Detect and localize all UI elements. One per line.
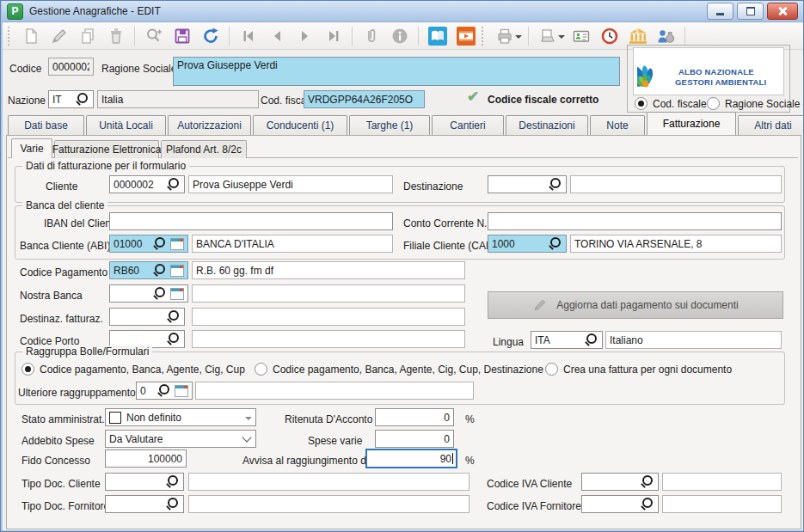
search-icon[interactable] (550, 237, 561, 248)
raggruppa-option-2[interactable]: Codice pagamento, Banca, Agente, Cig, Cu… (255, 363, 543, 376)
iva-cliente-field[interactable] (581, 473, 659, 491)
ritenuta-field[interactable]: 0 (375, 408, 454, 426)
chevron-down-icon[interactable] (242, 432, 251, 442)
banca-abi-code-field[interactable]: 01000 (109, 235, 188, 253)
tab-note[interactable]: Note (590, 115, 645, 135)
nazione-code-field[interactable]: IT (48, 90, 94, 108)
title-bar[interactable]: P Gestione Anagrafiche - EDIT (2, 1, 803, 22)
edit-record-icon[interactable] (49, 26, 70, 46)
avvisa-field[interactable]: 90 (365, 449, 457, 468)
tab-destinazioni[interactable]: Destinazioni (506, 115, 588, 135)
fido-concesso-field[interactable]: 100000 (105, 449, 187, 468)
destinazione-code-field[interactable] (488, 175, 567, 193)
iban-label: IBAN del Cliente (44, 217, 120, 229)
conto-corrente-field[interactable] (488, 212, 782, 230)
chevron-down-icon[interactable] (245, 417, 252, 424)
iban-field[interactable] (109, 212, 393, 230)
search-mode-ragione[interactable]: Ragione Sociale (707, 97, 800, 110)
search-mode-codfiscale[interactable]: Cod. fiscale (635, 97, 707, 110)
tab-dati-base[interactable]: Dati base (8, 115, 84, 135)
search-icon[interactable] (155, 264, 165, 274)
codice-pagamento-field[interactable]: RB60 (109, 261, 188, 279)
tab-conducenti[interactable]: Conducenti (1) (253, 115, 347, 135)
search-icon[interactable] (155, 287, 165, 297)
search-icon[interactable] (169, 178, 179, 188)
addebito-spese-combo[interactable]: Da Valutare (105, 430, 256, 448)
print-dropdown-icon[interactable] (515, 35, 522, 42)
previous-record-icon[interactable] (267, 26, 287, 46)
print-documents-icon[interactable] (537, 26, 558, 46)
minimize-button[interactable] (707, 3, 733, 20)
print-documents-dropdown-icon[interactable] (558, 35, 565, 42)
tab-targhe[interactable]: Targhe (1) (349, 115, 430, 135)
iva-fornitore-field[interactable] (581, 495, 659, 513)
tab-autorizzazioni[interactable]: Autorizzazioni (168, 115, 251, 135)
search-icon[interactable] (642, 498, 653, 508)
delete-record-icon[interactable] (106, 26, 126, 46)
search-icon[interactable] (168, 498, 178, 508)
search-records-icon[interactable] (144, 26, 164, 46)
bank-icon[interactable]: $ (628, 26, 648, 46)
info-icon[interactable] (390, 26, 410, 46)
tipo-doc-fornitore-field[interactable] (105, 495, 184, 513)
attachments-icon[interactable] (361, 26, 382, 46)
tab-cantieri[interactable]: Cantieri (432, 115, 504, 135)
toolbar-grip[interactable] (8, 27, 12, 46)
browse-window-icon[interactable] (170, 265, 184, 277)
subtab-plafond[interactable]: Plafond Art. 8/2c (161, 140, 247, 158)
tab-altri-dati[interactable]: Altri dati (738, 115, 804, 135)
search-icon[interactable] (169, 333, 179, 343)
cliente-code-field[interactable]: 0000002 (109, 175, 185, 193)
last-record-icon[interactable] (323, 26, 344, 46)
cod-fiscale-field[interactable]: VRDGPP64A26F205O (304, 90, 425, 108)
restore-button[interactable] (737, 3, 764, 20)
stato-amministrativo-combo[interactable]: Non definito (105, 408, 256, 426)
subtab-fatturazione-elettronica[interactable]: Fatturazione Elettronica (54, 140, 159, 158)
search-icon[interactable] (159, 384, 169, 394)
search-icon[interactable] (169, 310, 179, 321)
subtab-varie[interactable]: Varie (11, 138, 52, 158)
raggruppa-option-3[interactable]: Crea una fattura per ogni documento (545, 363, 732, 376)
print-icon[interactable] (494, 26, 515, 46)
nostra-banca-field[interactable] (109, 284, 188, 303)
video-tutorial-icon[interactable] (456, 26, 476, 46)
history-clock-icon[interactable] (599, 26, 620, 46)
tab-unita-locali[interactable]: Unità Locali (86, 115, 166, 135)
ragione-sociale-field[interactable]: Prova Giuseppe Verdi (173, 57, 620, 86)
tipo-doc-cliente-field[interactable] (105, 473, 184, 491)
save-icon[interactable] (172, 26, 193, 46)
manual-book-icon[interactable] (427, 26, 448, 46)
radio-off-icon[interactable] (707, 97, 720, 110)
contact-card-icon[interactable] (571, 26, 592, 46)
next-record-icon[interactable] (295, 26, 316, 46)
search-icon[interactable] (550, 178, 561, 188)
search-icon[interactable] (642, 475, 653, 486)
toolbar-grip[interactable] (482, 27, 486, 46)
aggiorna-pagamento-button[interactable]: Aggiorna dati pagamento sui documenti (488, 291, 783, 319)
radio-on-icon[interactable] (21, 363, 34, 376)
search-icon[interactable] (586, 333, 597, 344)
copy-record-icon[interactable] (77, 26, 98, 46)
lingua-code-field[interactable]: ITA (531, 331, 603, 349)
browse-window-icon[interactable] (170, 238, 184, 250)
raggruppa-option-1[interactable]: Codice pagamento, Banca, Agente, Cig, Cu… (21, 363, 245, 376)
radio-on-icon[interactable] (635, 97, 647, 110)
spese-varie-field[interactable]: 0 (375, 430, 454, 448)
radio-off-icon[interactable] (545, 363, 558, 376)
search-icon[interactable] (168, 475, 178, 486)
radio-off-icon[interactable] (255, 363, 267, 376)
filiale-cab-code-field[interactable]: 1000 (488, 235, 567, 253)
browse-window-icon[interactable] (175, 385, 188, 397)
refresh-icon[interactable] (200, 26, 221, 46)
close-button[interactable] (767, 3, 798, 20)
tab-fatturazione[interactable]: Fatturazione (647, 112, 736, 135)
browse-window-icon[interactable] (170, 288, 184, 300)
search-icon[interactable] (155, 237, 165, 248)
first-record-icon[interactable] (238, 26, 259, 46)
search-icon[interactable] (77, 93, 88, 103)
customer-balance-icon[interactable] (656, 26, 677, 46)
new-record-icon[interactable] (21, 26, 41, 46)
destinaz-fatturaz-field[interactable] (109, 308, 185, 326)
codice-field[interactable]: 0000002 (48, 58, 94, 76)
ulteriore-raggruppamento-field[interactable]: 0 (136, 382, 193, 400)
